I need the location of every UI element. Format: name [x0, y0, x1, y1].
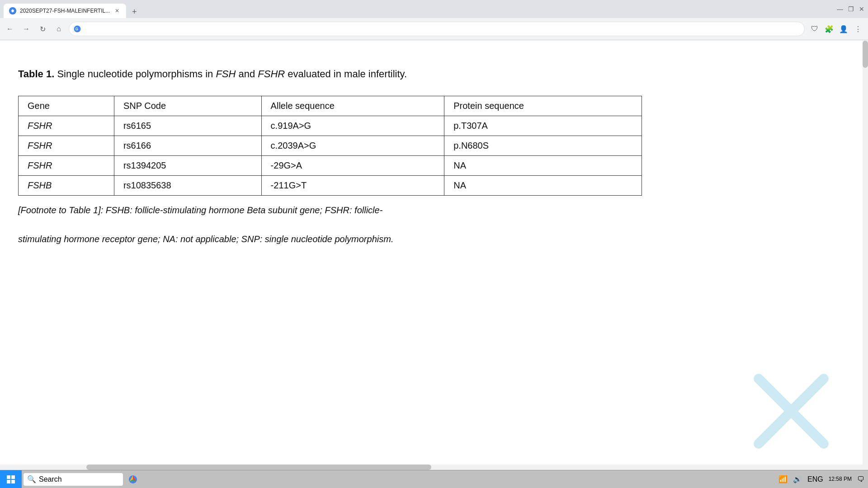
address-input[interactable] [69, 22, 805, 36]
gene-cell: FSHR [19, 116, 114, 136]
footnote-line1: [Footnote to Table 1]: FSHB: follicle-st… [18, 205, 382, 215]
address-bar-container: G [69, 22, 805, 36]
back-button[interactable]: ← [4, 23, 16, 35]
home-button[interactable]: ⌂ [52, 23, 65, 35]
extensions-icon[interactable]: 🧩 [823, 23, 835, 35]
allele-cell: c.2039A>G [261, 136, 444, 155]
search-label: Search [39, 475, 62, 483]
gene-cell: FSHR [19, 136, 114, 155]
footnote-line2: stimulating hormone receptor gene; NA: n… [18, 234, 393, 244]
start-button[interactable] [0, 470, 22, 488]
allele-cell: -211G>T [261, 175, 444, 195]
maximize-button[interactable]: ❐ [848, 6, 854, 12]
col-protein-sequence: Protein sequence [444, 96, 642, 116]
forward-button[interactable]: → [20, 23, 33, 35]
svg-rect-5 [7, 475, 10, 479]
chrome-taskbar-item[interactable] [125, 470, 141, 488]
tab-area: 2020SEPT27-FSH-MALEINFERTIL... ✕ + [4, 0, 141, 18]
vertical-scrollbar[interactable] [863, 41, 868, 470]
footnote: [Footnote to Table 1]: FSHB: follicle-st… [18, 203, 642, 246]
taskbar-search[interactable]: 🔍 Search [24, 473, 123, 486]
col-allele-sequence: Allele sequence [261, 96, 444, 116]
browser-chrome: 2020SEPT27-FSH-MALEINFERTIL... ✕ + — ❐ ✕… [0, 0, 868, 40]
col-snp-code: SNP Code [114, 96, 261, 116]
shield-icon[interactable]: 🛡 [808, 23, 821, 35]
svg-rect-6 [11, 475, 15, 479]
table-title-text: Single nucleotide polymorphisms in [54, 68, 216, 80]
svg-text:G: G [75, 27, 78, 31]
toolbar: ← → ↻ ⌂ G 🛡 🧩 👤 ⋮ [0, 18, 868, 40]
taskbar-clock: 12:58 PM [829, 475, 852, 483]
minimize-button[interactable]: — [837, 6, 843, 12]
title-bar: 2020SEPT27-FSH-MALEINFERTIL... ✕ + — ❐ ✕ [0, 0, 868, 18]
table-title-suffix: evaluated in male infertility. [285, 68, 407, 80]
notification-icon: 🗨 [857, 475, 864, 483]
volume-icon: 🔊 [793, 475, 802, 483]
table-header-row: Gene SNP Code Allele sequence Protein se… [19, 96, 642, 116]
network-icon: 📶 [778, 475, 788, 483]
toolbar-right: 🛡 🧩 👤 ⋮ [808, 23, 864, 35]
table-title: Table 1. Single nucleotide polymorphisms… [18, 67, 850, 81]
svg-rect-7 [7, 480, 10, 483]
menu-icon[interactable]: ⋮ [852, 23, 864, 35]
tab-favicon [9, 7, 16, 14]
profile-icon[interactable]: 👤 [837, 23, 850, 35]
table-row: FSHRrs1394205-29G>ANA [19, 155, 642, 175]
protein-cell: NA [444, 175, 642, 195]
allele-cell: c.919A>G [261, 116, 444, 136]
snp-code-cell: rs6165 [114, 116, 261, 136]
tab-title: 2020SEPT27-FSH-MALEINFERTIL... [20, 8, 110, 14]
search-icon: 🔍 [27, 475, 36, 483]
allele-cell: -29G>A [261, 155, 444, 175]
horizontal-scrollbar[interactable] [0, 465, 863, 470]
browser-tab[interactable]: 2020SEPT27-FSH-MALEINFERTIL... ✕ [4, 4, 126, 18]
refresh-button[interactable]: ↻ [36, 23, 49, 35]
tab-close-button[interactable]: ✕ [113, 7, 121, 14]
table-title-prefix: Table 1. [18, 68, 54, 80]
snp-table: Gene SNP Code Allele sequence Protein se… [18, 96, 642, 196]
taskbar: 🔍 Search 📶 🔊 ENG 12:58 PM 🗨 [0, 470, 868, 488]
table-row: FSHRrs6166c.2039A>Gp.N680S [19, 136, 642, 155]
close-button[interactable]: ✕ [859, 6, 864, 12]
table-row: FSHRrs6165c.919A>Gp.T307A [19, 116, 642, 136]
snp-code-cell: rs6166 [114, 136, 261, 155]
language-label: ENG [807, 475, 823, 483]
svg-rect-8 [11, 480, 15, 483]
page-content: Table 1. Single nucleotide polymorphisms… [0, 40, 868, 469]
gene-cell: FSHB [19, 175, 114, 195]
protein-cell: p.T307A [444, 116, 642, 136]
fsh-italic: FSH [216, 68, 236, 80]
and-text: and [236, 68, 258, 80]
google-icon: G [73, 25, 81, 33]
h-scrollbar-thumb[interactable] [86, 465, 431, 470]
clock-time: 12:58 PM [829, 475, 852, 483]
scrollbar-thumb[interactable] [863, 41, 868, 68]
fshr-italic: FSHR [258, 68, 285, 80]
protein-cell: NA [444, 155, 642, 175]
window-controls: — ❐ ✕ [837, 6, 864, 12]
snp-code-cell: rs1394205 [114, 155, 261, 175]
table-row: FSHBrs10835638-211G>TNA [19, 175, 642, 195]
gene-cell: FSHR [19, 155, 114, 175]
snp-code-cell: rs10835638 [114, 175, 261, 195]
protein-cell: p.N680S [444, 136, 642, 155]
taskbar-right: 📶 🔊 ENG 12:58 PM 🗨 [775, 470, 868, 488]
col-gene: Gene [19, 96, 114, 116]
new-tab-button[interactable]: + [128, 5, 141, 18]
taskbar-items [125, 470, 775, 488]
